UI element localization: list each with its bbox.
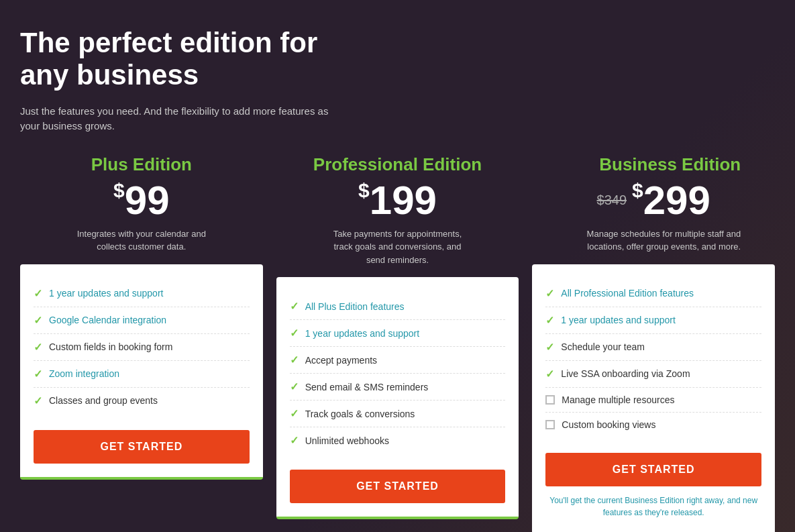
plus-plan-price: $99 <box>113 180 169 221</box>
pro-plan-card: ✓ All Plus Edition features ✓ 1 year upd… <box>276 277 519 519</box>
hero-section: The perfect edition for any business Jus… <box>20 27 356 134</box>
list-item: ✓ Schedule your team <box>545 334 761 361</box>
check-icon: ✓ <box>34 341 42 354</box>
biz-plan-price: $299 <box>632 180 710 221</box>
page-wrapper: The perfect edition for any business Jus… <box>0 0 795 532</box>
list-item: ✓ 1 year updates and support <box>290 320 506 347</box>
biz-plan-description: Manage schedules for multiple staff and … <box>566 227 741 254</box>
biz-get-started-button[interactable]: GET STARTED <box>545 453 761 486</box>
pro-plan-price: $199 <box>358 180 437 221</box>
biz-plan-footer-note: You'll get the current Business Edition … <box>545 494 761 519</box>
list-item: ✓ Accept payments <box>290 347 506 374</box>
pro-plan-header: Professional Edition $199 Take payments … <box>313 154 482 267</box>
biz-feature-list: ✓ All Professional Edition features ✓ 1 … <box>545 280 761 437</box>
list-item: ✓ Classes and group events <box>34 388 250 414</box>
list-item: ✓ Custom fields in booking form <box>34 334 250 361</box>
list-item: ✓ 1 year updates and support <box>545 307 761 334</box>
check-icon: ✓ <box>290 327 299 339</box>
check-icon: ✓ <box>290 300 299 313</box>
biz-plan-name: Business Edition <box>566 154 741 175</box>
list-item: ✓ All Professional Edition features <box>545 280 761 307</box>
plus-price-row: $99 <box>68 180 215 221</box>
square-icon <box>545 395 555 405</box>
hero-subtitle: Just the features you need. And the flex… <box>20 104 329 134</box>
plus-plan-description: Integrates with your calendar and collec… <box>68 227 215 254</box>
list-item: Custom booking views <box>545 413 761 437</box>
list-item: ✓ Send email & SMS reminders <box>290 374 506 401</box>
check-icon: ✓ <box>545 314 554 327</box>
list-item: ✓ Track goals & conversions <box>290 401 506 427</box>
plus-feature-list: ✓ 1 year updates and support ✓ Google Ca… <box>34 280 250 414</box>
list-item: ✓ 1 year updates and support <box>34 280 250 307</box>
plus-get-started-button[interactable]: GET STARTED <box>34 430 250 464</box>
square-icon <box>545 420 555 429</box>
list-item: Manage multiple resources <box>545 388 761 413</box>
check-icon: ✓ <box>34 368 42 380</box>
pro-feature-list: ✓ All Plus Edition features ✓ 1 year upd… <box>290 293 506 454</box>
hero-title: The perfect edition for any business <box>20 27 356 92</box>
list-item: ✓ Live SSA onboarding via Zoom <box>545 361 761 388</box>
plus-plan-column: Plus Edition $99 Integrates with your ca… <box>20 154 263 480</box>
biz-plan-header: Business Edition $349 $299 Manage schedu… <box>566 154 741 254</box>
biz-plan-column: Business Edition $349 $299 Manage schedu… <box>532 154 775 532</box>
biz-price-old: $349 <box>597 193 627 208</box>
list-item: ✓ Unlimited webhooks <box>290 427 506 454</box>
pro-price-row: $199 <box>313 180 482 221</box>
plus-plan-header: Plus Edition $99 Integrates with your ca… <box>68 154 215 254</box>
plus-plan-name: Plus Edition <box>68 154 215 175</box>
pro-plan-column: Professional Edition $199 Take payments … <box>276 154 519 520</box>
list-item: ✓ All Plus Edition features <box>290 293 506 320</box>
check-icon: ✓ <box>34 314 42 327</box>
biz-price-row: $349 $299 <box>566 180 741 221</box>
pro-get-started-button[interactable]: GET STARTED <box>290 470 506 503</box>
check-icon: ✓ <box>290 434 299 447</box>
check-icon: ✓ <box>34 394 42 407</box>
list-item: ✓ Zoom integration <box>34 361 250 388</box>
plans-container: Plus Edition $99 Integrates with your ca… <box>20 154 775 532</box>
check-icon: ✓ <box>545 287 554 300</box>
pro-plan-name: Professional Edition <box>313 154 482 175</box>
list-item: ✓ Google Calendar integration <box>34 307 250 334</box>
check-icon: ✓ <box>290 380 299 393</box>
pro-plan-description: Take payments for appointments, track go… <box>324 227 472 267</box>
check-icon: ✓ <box>34 287 42 300</box>
check-icon: ✓ <box>545 341 554 354</box>
check-icon: ✓ <box>290 354 299 366</box>
biz-plan-card: ✓ All Professional Edition features ✓ 1 … <box>532 264 775 532</box>
plus-plan-card: ✓ 1 year updates and support ✓ Google Ca… <box>20 264 263 480</box>
check-icon: ✓ <box>290 407 299 420</box>
check-icon: ✓ <box>545 368 554 380</box>
